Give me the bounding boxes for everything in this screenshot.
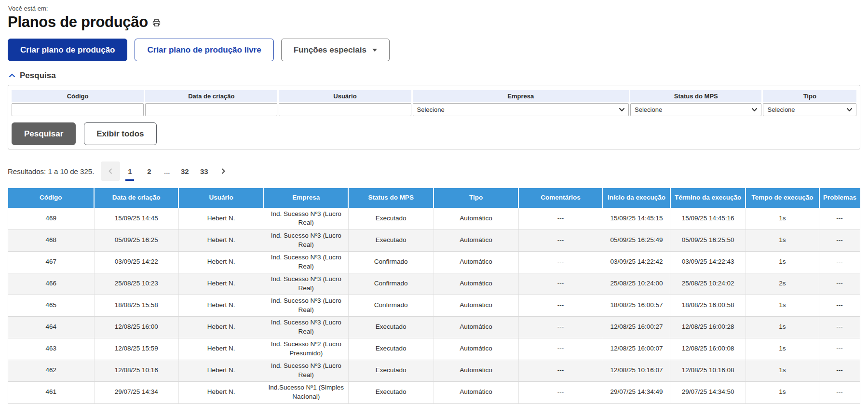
column-header-tipo: Tipo	[434, 188, 518, 208]
cell-data-de-criacao: 12/08/25 15:59	[94, 338, 178, 360]
cell-data-de-criacao: 15/09/25 14:45	[94, 208, 178, 229]
search-panel: CódigoData de criaçãoUsuárioEmpresaSelec…	[8, 85, 860, 149]
column-header-data-de-criacao: Data de criação	[94, 188, 178, 208]
cell-usuario: Hebert N.	[178, 338, 264, 360]
cell-tempo-de-execucao: 1s	[746, 295, 819, 316]
search-field-tipo: TipoSelecione	[763, 90, 856, 116]
column-header-status-do-mps: Status do MPS	[348, 188, 434, 208]
table-row-462[interactable]: 46212/08/25 10:16Hebert N.Ind. Sucesso N…	[8, 360, 860, 381]
table-row-467[interactable]: 46703/09/25 14:22Hebert N.Ind. Sucesso N…	[8, 251, 860, 273]
table-row-461[interactable]: 46129/07/25 14:34Hebert N.Ind.Sucesso Nº…	[8, 381, 860, 403]
cell-usuario: Hebert N.	[178, 273, 264, 295]
tipo-select[interactable]: Selecione	[763, 103, 856, 116]
cell-tempo-de-execucao: 2s	[746, 273, 819, 295]
cell-data-de-criacao: 29/07/25 14:34	[94, 381, 178, 403]
table-row-465[interactable]: 46518/08/25 15:58Hebert N.Ind. Sucesso N…	[8, 295, 860, 316]
table-row-468[interactable]: 46805/09/25 16:25Hebert N.Ind. Sucesso N…	[8, 229, 860, 251]
cell-problemas: ---	[819, 381, 860, 403]
cell-data-de-criacao: 05/09/25 16:25	[94, 229, 178, 251]
column-header-inicio-da-execucao: Início da execução	[603, 188, 670, 208]
column-header-empresa: Empresa	[264, 188, 348, 208]
cell-comentarios: ---	[518, 295, 603, 316]
cell-termino-da-execucao: 15/09/25 14:45:16	[670, 208, 746, 229]
codigo-input[interactable]	[12, 103, 144, 116]
pagination-next-button[interactable]	[214, 162, 233, 181]
search-button[interactable]: Pesquisar	[12, 122, 76, 145]
cell-data-de-criacao: 18/08/25 15:58	[94, 295, 178, 316]
cell-usuario: Hebert N.	[178, 381, 264, 403]
table-row-469[interactable]: 46915/09/25 14:45Hebert N.Ind. Sucesso N…	[8, 208, 860, 229]
cell-empresa: Ind. Sucesso Nº3 (Lucro Real)	[264, 316, 348, 338]
pagination-page-32[interactable]: 32	[175, 162, 194, 181]
cell-status-do-mps: Confirmado	[348, 295, 434, 316]
pagination-page-33[interactable]: 33	[194, 162, 214, 181]
results-bar: Resultados: 1 a 10 de 325. 12...3233	[8, 162, 860, 181]
pagination: 12...3233	[101, 162, 233, 181]
table-row-463[interactable]: 46312/08/25 15:59Hebert N.Ind. Sucesso N…	[8, 338, 860, 360]
cell-codigo: 464	[8, 316, 95, 338]
cell-tipo: Automático	[434, 295, 518, 316]
cell-status-do-mps: Confirmado	[348, 273, 434, 295]
cell-status-do-mps: Executado	[348, 208, 434, 229]
data-de-criacao-input[interactable]	[145, 103, 277, 116]
column-header-tempo-de-execucao: Tempo de execução	[746, 188, 819, 208]
create-free-plan-button[interactable]: Criar plano de produção livre	[135, 39, 273, 61]
cell-inicio-da-execucao: 05/09/25 16:25:49	[603, 229, 670, 251]
cell-termino-da-execucao: 25/08/25 10:24:02	[670, 273, 746, 295]
cell-data-de-criacao: 12/08/25 10:16	[94, 360, 178, 381]
cell-inicio-da-execucao: 15/09/25 14:45:15	[603, 208, 670, 229]
pagination-prev-button[interactable]	[101, 162, 120, 181]
usuario-input[interactable]	[279, 103, 411, 116]
search-field-control	[145, 103, 277, 116]
cell-termino-da-execucao: 29/07/25 14:34:50	[670, 381, 746, 403]
search-field-label: Usuário	[279, 90, 411, 102]
cell-tempo-de-execucao: 1s	[746, 381, 819, 403]
cell-empresa: Ind. Sucesso Nº3 (Lucro Real)	[264, 208, 348, 229]
search-section-label: Pesquisa	[20, 71, 56, 81]
show-all-button[interactable]: Exibir todos	[84, 122, 156, 145]
cell-comentarios: ---	[518, 360, 603, 381]
cell-empresa: Ind. Sucesso Nº3 (Lucro Real)	[264, 295, 348, 316]
cell-comentarios: ---	[518, 338, 603, 360]
cell-inicio-da-execucao: 29/07/25 14:34:49	[603, 381, 670, 403]
empresa-select[interactable]: Selecione	[413, 103, 629, 116]
printer-icon[interactable]	[152, 19, 161, 29]
cell-comentarios: ---	[518, 273, 603, 295]
cell-problemas: ---	[819, 316, 860, 338]
chevron-left-icon	[108, 168, 113, 175]
cell-codigo: 469	[8, 208, 95, 229]
search-field-label: Tipo	[763, 90, 856, 102]
search-section-toggle[interactable]: Pesquisa	[9, 71, 860, 81]
search-field-status-do-mps: Status do MPSSelecione	[630, 90, 761, 116]
cell-codigo: 462	[8, 360, 95, 381]
cell-inicio-da-execucao: 12/08/25 16:00:27	[603, 316, 670, 338]
cell-data-de-criacao: 03/09/25 14:22	[94, 251, 178, 273]
cell-codigo: 461	[8, 381, 95, 403]
cell-termino-da-execucao: 12/08/25 10:16:08	[670, 360, 746, 381]
table-row-464[interactable]: 46412/08/25 16:00Hebert N.Ind. Sucesso N…	[8, 316, 860, 338]
cell-tipo: Automático	[434, 316, 518, 338]
special-functions-button[interactable]: Funções especiais	[281, 39, 390, 61]
search-field-control: Selecione	[763, 103, 856, 116]
table-head: CódigoData de criaçãoUsuárioEmpresaStatu…	[8, 188, 860, 208]
search-field-label: Empresa	[413, 90, 629, 102]
cell-tempo-de-execucao: 1s	[746, 316, 819, 338]
cell-tipo: Automático	[434, 229, 518, 251]
cell-codigo: 468	[8, 229, 95, 251]
cell-termino-da-execucao: 18/08/25 16:00:58	[670, 295, 746, 316]
cell-codigo: 466	[8, 273, 95, 295]
cell-tipo: Automático	[434, 273, 518, 295]
cell-status-do-mps: Executado	[348, 360, 434, 381]
cell-comentarios: ---	[518, 381, 603, 403]
cell-termino-da-execucao: 05/09/25 16:25:50	[670, 229, 746, 251]
pagination-page-1[interactable]: 1	[120, 162, 139, 181]
cell-inicio-da-execucao: 12/08/25 10:16:07	[603, 360, 670, 381]
cell-empresa: Ind. Sucesso Nº3 (Lucro Real)	[264, 251, 348, 273]
cell-empresa: Ind.Sucesso Nº1 (Simples Nacional)	[264, 381, 348, 403]
status-do-mps-select[interactable]: Selecione	[630, 103, 761, 116]
create-plan-button[interactable]: Criar plano de produção	[8, 39, 127, 61]
pagination-page-2[interactable]: 2	[139, 162, 159, 181]
table-row-466[interactable]: 46625/08/25 10:23Hebert N.Ind. Sucesso N…	[8, 273, 860, 295]
search-buttons: Pesquisar Exibir todos	[12, 122, 856, 145]
search-field-usuario: Usuário	[279, 90, 411, 116]
